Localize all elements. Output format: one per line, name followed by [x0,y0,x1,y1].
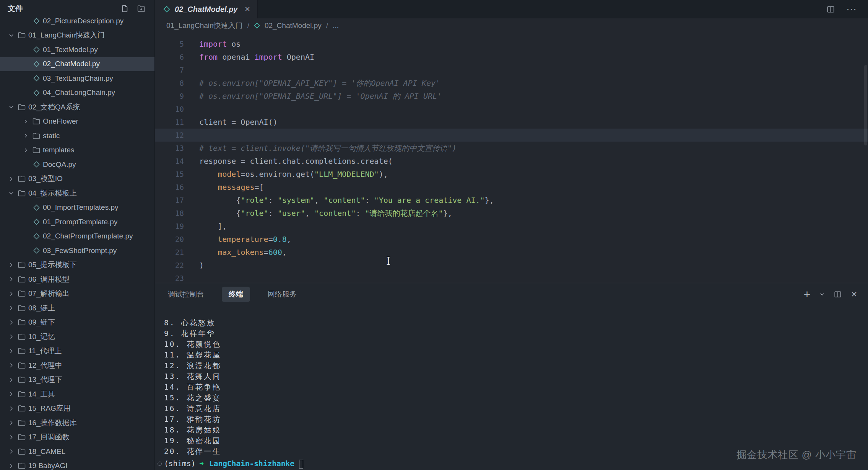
tree-folder-08_链上[interactable]: 08_链上 [0,301,154,315]
code-line-5[interactable]: 5import os [155,38,868,51]
code-line-9[interactable]: 9# os.environ["OPENAI_BASE_URL"] = 'Open… [155,90,868,103]
breadcrumb-folder[interactable]: 01_LangChain快速入门 [166,21,243,31]
code-line-18[interactable]: 18 {"role": "user", "content": "请给我的花店起个… [155,207,868,220]
new-terminal-icon[interactable]: + [804,289,811,300]
chevron-right-icon [6,406,16,411]
chevron-right-icon [6,377,16,383]
tree-folder-OneFlower[interactable]: OneFlower [0,114,154,129]
tree-item-label: 01_TextModel.py [43,46,98,54]
line-number: 14 [155,155,184,168]
code-line-13[interactable]: 13# text = client.invoke("请给我写一句情人节红玫瑰的中… [155,142,868,155]
tree-file-02_ChatModel.py[interactable]: 02_ChatModel.py [0,57,154,72]
split-panel-icon[interactable] [834,290,842,298]
explorer-header: 文件 [0,0,154,17]
tree-folder-14_工具[interactable]: 14_工具 [0,387,154,401]
tree-folder-04_提示模板上[interactable]: 04_提示模板上 [0,186,154,201]
code-line-15[interactable]: 15 model=os.environ.get("LLM_MODELEND"), [155,168,868,181]
tree-folder-03_模型IO[interactable]: 03_模型IO [0,172,154,186]
code-line-17[interactable]: 17 {"role": "system", "content": "You ar… [155,194,868,207]
tab-bar: 02_ChatModel.py ✕ ⋯ [155,0,868,18]
line-number: 8 [155,77,184,90]
tree-folder-templates[interactable]: templates [0,143,154,158]
terminal-output: 8. 心花怒放9. 花样年华10. 花颜悦色11. 温馨花屋12. 浪漫花都13… [164,318,868,457]
tree-folder-static[interactable]: static [0,129,154,143]
panel-tab-网络服务[interactable]: 网络服务 [267,287,297,302]
new-file-icon[interactable] [121,5,129,13]
tree-folder-11_代理上[interactable]: 11_代理上 [0,344,154,359]
tree-folder-05_提示模板下[interactable]: 05_提示模板下 [0,258,154,273]
code-line-14[interactable]: 14response = client.chat.completions.cre… [155,155,868,168]
tree-item-label: 06_调用模型 [28,274,70,284]
split-editor-icon[interactable] [827,5,835,13]
tree-item-label: 13_代理下 [28,375,62,385]
folder-icon [31,147,42,153]
tree-file-02_ChatPromptTemplate.py[interactable]: 02_ChatPromptTemplate.py [0,229,154,244]
terminal-output-line: 18. 花房姑娘 [164,425,868,436]
breadcrumb-file[interactable]: 02_ChatModel.py [265,21,322,30]
tree-item-label: 01_LangChain快速入门 [28,30,105,40]
terminal-output-line: 9. 花样年华 [164,328,868,339]
line-number: 20 [155,233,184,246]
tree-folder-19 BabyAGI[interactable]: 19 BabyAGI [0,459,154,470]
tree-folder-02_文档QA系统[interactable]: 02_文档QA系统 [0,100,154,114]
code-line-23[interactable]: 23 [155,272,868,283]
tree-folder-18_CAMEL[interactable]: 18_CAMEL [0,444,154,459]
code-line-8[interactable]: 8# os.environ["OPENAI_API_KEY"] = '你的Ope… [155,77,868,90]
tree-file-01_PromptTemplate.py[interactable]: 01_PromptTemplate.py [0,215,154,229]
panel-tab-调试控制台[interactable]: 调试控制台 [167,287,205,302]
code-line-11[interactable]: 11client = OpenAI() [155,116,868,129]
code-line-6[interactable]: 6from openai import OpenAI [155,51,868,64]
tree-folder-06_调用模型[interactable]: 06_调用模型 [0,272,154,287]
tree-item-label: 11_代理上 [28,346,62,356]
tree-file-03_FewShotPrompt.py[interactable]: 03_FewShotPrompt.py [0,243,154,258]
line-number: 19 [155,220,184,233]
tree-file-04_ChatLongChain.py[interactable]: 04_ChatLongChain.py [0,86,154,100]
tree-file-03_TextLangChain.py[interactable]: 03_TextLangChain.py [0,71,154,86]
folder-icon [16,434,28,441]
code-text: import os [199,38,241,51]
tree-folder-12_代理中[interactable]: 12_代理中 [0,358,154,373]
breadcrumb-symbol[interactable]: ... [333,21,339,30]
tree-file-00_ImportTemplates.py[interactable]: 00_ImportTemplates.py [0,201,154,215]
code-line-16[interactable]: 16 messages=[ [155,181,868,194]
code-line-7[interactable]: 7 [155,64,868,77]
tree-file-01_TextModel.py[interactable]: 01_TextModel.py [0,42,154,57]
new-folder-icon[interactable] [137,5,145,12]
tree-folder-16_操作数据库[interactable]: 16_操作数据库 [0,416,154,430]
breadcrumb-separator: / [326,21,328,30]
close-panel-icon[interactable]: ✕ [851,290,857,299]
terminal[interactable]: 8. 心花怒放9. 花样年华10. 花颜悦色11. 温馨花屋12. 浪漫花都13… [155,303,868,469]
tree-item-label: 03_FewShotPrompt.py [43,246,117,255]
tree-item-label: 18_CAMEL [28,447,65,456]
tab-02_ChatModel.py[interactable]: 02_ChatModel.py ✕ [155,0,258,18]
folder-icon [16,305,28,312]
code-line-19[interactable]: 19 ], [155,220,868,233]
more-actions-icon[interactable]: ⋯ [846,4,857,15]
code-line-12[interactable]: 12 [155,129,868,142]
folder-icon [31,118,42,125]
code-line-21[interactable]: 21 max_tokens=600, [155,246,868,259]
line-number: 21 [155,246,184,259]
tree-file-DocQA.py[interactable]: DocQA.py [0,157,154,172]
tree-folder-10_记忆[interactable]: 10_记忆 [0,330,154,344]
tree-item-label: 09_链下 [28,317,55,327]
panel-tab-终端[interactable]: 终端 [222,287,250,302]
code-line-22[interactable]: 22) [155,259,868,272]
tree-folder-09_链下[interactable]: 09_链下 [0,315,154,330]
tree-folder-13_代理下[interactable]: 13_代理下 [0,373,154,387]
code-line-20[interactable]: 20 temperature=0.8, [155,233,868,246]
chevron-right-icon [6,320,16,325]
chevron-right-icon [6,176,16,182]
tab-label: 02_ChatModel.py [175,5,237,14]
code-editor[interactable]: 5import os6from openai import OpenAI78# … [155,33,868,283]
tree-folder-01_LangChain快速入门[interactable]: 01_LangChain快速入门 [0,28,154,43]
tree-folder-07_解析输出[interactable]: 07_解析输出 [0,287,154,301]
tree-item-label: 05_提示模板下 [28,260,77,270]
close-tab-icon[interactable]: ✕ [244,5,250,13]
tree-folder-17_回调函数[interactable]: 17_回调函数 [0,430,154,445]
chevron-down-icon[interactable] [819,292,825,297]
code-line-10[interactable]: 10 [155,103,868,116]
chevron-right-icon [6,420,16,426]
editor-scrollbar[interactable] [864,65,867,145]
tree-folder-15_RAG应用[interactable]: 15_RAG应用 [0,401,154,416]
